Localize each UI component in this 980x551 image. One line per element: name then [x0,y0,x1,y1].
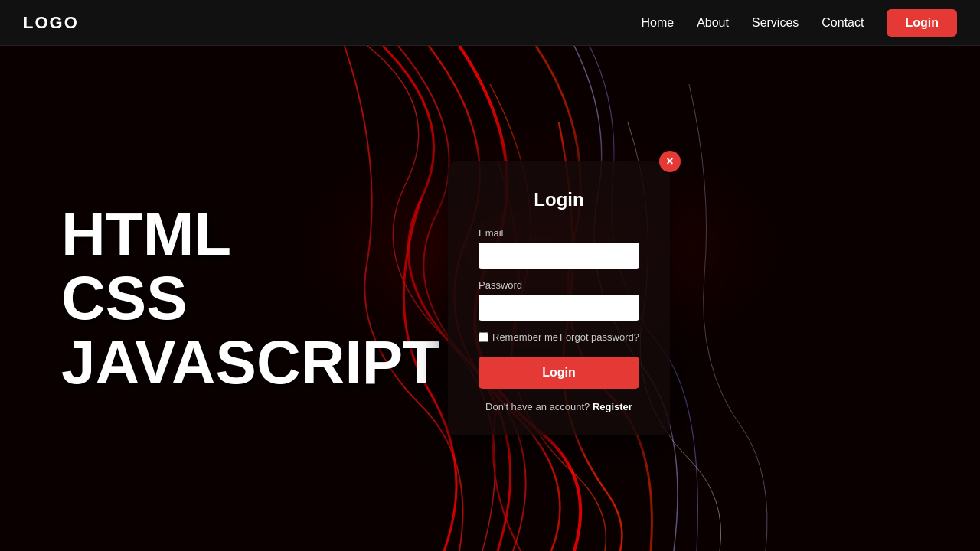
modal-close-button[interactable]: × [659,151,681,172]
modal-overlay: × Login Email Password Remember me Forgo… [0,46,980,551]
nav-links: Home About Services Contact Login [641,9,957,37]
nav-home[interactable]: Home [641,16,674,30]
email-input[interactable] [479,243,639,269]
remember-me-text: Remember me [492,331,558,343]
login-button[interactable]: Login [479,357,639,389]
password-label: Password [479,279,639,291]
register-row: Don't have an account? Register [479,401,639,412]
remember-me-checkbox[interactable] [479,332,488,342]
remember-me-label[interactable]: Remember me [479,331,558,343]
navbar: LOGO Home About Services Contact Login [0,0,980,46]
nav-contact[interactable]: Contact [822,16,864,30]
nav-services[interactable]: Services [752,16,799,30]
nav-about[interactable]: About [697,16,729,30]
logo: LOGO [23,13,79,33]
form-options-row: Remember me Forgot password? [479,331,639,343]
login-modal: × Login Email Password Remember me Forgo… [448,161,670,435]
password-input[interactable] [479,295,639,321]
forgot-password-link[interactable]: Forgot password? [560,331,639,343]
register-text: Don't have an account? [485,401,590,412]
modal-title: Login [479,189,639,210]
hero-section: HTML CSS JAVASCRIPT × Login Email Passwo… [0,46,980,551]
nav-login-button[interactable]: Login [887,9,957,37]
register-link[interactable]: Register [593,401,632,412]
email-label: Email [479,227,639,239]
